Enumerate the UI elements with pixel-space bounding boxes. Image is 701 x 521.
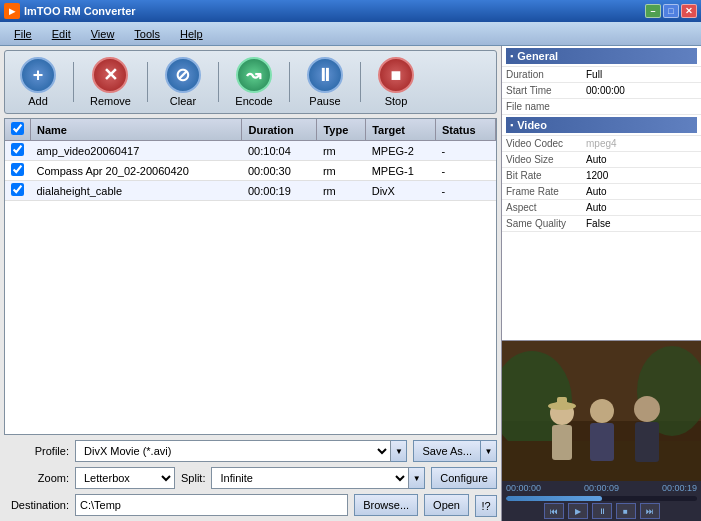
destination-input[interactable] <box>75 494 348 516</box>
svg-rect-8 <box>557 397 567 409</box>
props-table: ▪GeneralDurationFullStart Time00:00:00Fi… <box>502 46 701 232</box>
prop-value: Auto <box>582 200 701 216</box>
split-dropdown-arrow[interactable]: ▼ <box>409 467 425 489</box>
zoom-split-row: Zoom: Letterbox Split: Infinite ▼ Config… <box>4 466 497 490</box>
row-target: MPEG-2 <box>366 141 436 161</box>
help-button[interactable]: !? <box>475 495 497 517</box>
row-type: rm <box>317 161 366 181</box>
video-stop-button[interactable]: ■ <box>616 503 636 519</box>
open-button[interactable]: Open <box>424 494 469 516</box>
col-header-check <box>5 119 31 141</box>
prop-label: Video Size <box>502 152 582 168</box>
props-row: Frame RateAuto <box>502 184 701 200</box>
destination-row: Destination: Browse... Open !? <box>4 493 497 517</box>
menu-tools[interactable]: Tools <box>124 26 170 42</box>
row-target: DivX <box>366 181 436 201</box>
file-table: Name Duration Type Target Status amp_vid… <box>5 119 496 201</box>
minimize-button[interactable]: – <box>645 4 661 18</box>
clear-icon: ⊘ <box>165 57 201 93</box>
time-start: 00:00:00 <box>506 483 541 493</box>
split-select[interactable]: Infinite <box>211 467 409 489</box>
window-controls[interactable]: – □ ✕ <box>645 4 697 18</box>
save-as-button[interactable]: Save As... <box>413 440 481 462</box>
prop-label: Same Quality <box>502 216 582 232</box>
configure-button[interactable]: Configure <box>431 467 497 489</box>
general-collapse-icon[interactable]: ▪ <box>510 51 513 61</box>
time-mid: 00:00:09 <box>584 483 619 493</box>
menu-bar: File Edit View Tools Help <box>0 22 701 46</box>
split-label: Split: <box>181 472 205 484</box>
save-as-dropdown-arrow[interactable]: ▼ <box>481 440 497 462</box>
title-bar: ▶ ImTOO RM Converter – □ ✕ <box>0 0 701 22</box>
skip-back-button[interactable]: ⏮ <box>544 503 564 519</box>
remove-button[interactable]: ✕ Remove <box>84 55 137 109</box>
properties-scroll[interactable]: ▪GeneralDurationFullStart Time00:00:00Fi… <box>502 46 701 246</box>
profile-row: Profile: DivX Movie (*.avi) ▼ Save As...… <box>4 439 497 463</box>
video-scene-svg <box>502 341 701 481</box>
menu-edit[interactable]: Edit <box>42 26 81 42</box>
table-row: amp_video20060417 00:10:04 rm MPEG-2 - <box>5 141 496 161</box>
row-checkbox[interactable] <box>11 143 24 156</box>
col-header-target: Target <box>366 119 436 141</box>
time-bar: 00:00:00 00:00:09 00:00:19 <box>506 483 697 493</box>
menu-help[interactable]: Help <box>170 26 213 42</box>
profile-select[interactable]: DivX Movie (*.avi) <box>75 440 391 462</box>
props-row: Video Codecmpeg4 <box>502 136 701 152</box>
prop-value <box>582 99 701 115</box>
profile-dropdown-arrow[interactable]: ▼ <box>391 440 407 462</box>
play-button[interactable]: ▶ <box>568 503 588 519</box>
select-all-checkbox[interactable] <box>11 122 24 135</box>
clear-label: Clear <box>170 95 196 107</box>
encode-label: Encode <box>235 95 272 107</box>
zoom-label: Zoom: <box>4 472 69 484</box>
video-pause-button[interactable]: ⏸ <box>592 503 612 519</box>
props-row: AspectAuto <box>502 200 701 216</box>
row-duration: 00:00:30 <box>242 161 317 181</box>
add-button[interactable]: + Add <box>13 55 63 109</box>
prop-label: Aspect <box>502 200 582 216</box>
prop-value: Auto <box>582 152 701 168</box>
video-collapse-icon[interactable]: ▪ <box>510 120 513 130</box>
row-check-cell <box>5 181 31 201</box>
close-button[interactable]: ✕ <box>681 4 697 18</box>
app-title: ImTOO RM Converter <box>24 5 136 17</box>
pause-label: Pause <box>309 95 340 107</box>
split-select-wrap: Infinite ▼ <box>211 467 425 489</box>
video-buttons: ⏮ ▶ ⏸ ■ ⏭ <box>506 503 697 519</box>
prop-value: False <box>582 216 701 232</box>
maximize-button[interactable]: □ <box>663 4 679 18</box>
browse-button[interactable]: Browse... <box>354 494 418 516</box>
row-name: dialaheight_cable <box>31 181 242 201</box>
add-icon: + <box>20 57 56 93</box>
row-check-cell <box>5 161 31 181</box>
remove-label: Remove <box>90 95 131 107</box>
stop-icon: ■ <box>378 57 414 93</box>
clear-button[interactable]: ⊘ Clear <box>158 55 208 109</box>
time-end: 00:00:19 <box>662 483 697 493</box>
zoom-select[interactable]: Letterbox <box>75 467 175 489</box>
row-duration: 00:00:19 <box>242 181 317 201</box>
main-content: + Add ✕ Remove ⊘ Clear ↝ Encode ⏸ Pause <box>0 46 701 521</box>
row-status: - <box>435 161 495 181</box>
row-check-cell <box>5 141 31 161</box>
encode-button[interactable]: ↝ Encode <box>229 55 279 109</box>
row-status: - <box>435 181 495 201</box>
svg-point-9 <box>590 399 614 423</box>
stop-button[interactable]: ■ Stop <box>371 55 421 109</box>
video-progress-bar[interactable] <box>506 496 697 501</box>
pause-button[interactable]: ⏸ Pause <box>300 55 350 109</box>
prop-label: Bit Rate <box>502 168 582 184</box>
row-type: rm <box>317 181 366 201</box>
row-duration: 00:10:04 <box>242 141 317 161</box>
right-panel: ▪GeneralDurationFullStart Time00:00:00Fi… <box>501 46 701 521</box>
menu-file[interactable]: File <box>4 26 42 42</box>
prop-value: 1200 <box>582 168 701 184</box>
row-checkbox[interactable] <box>11 183 24 196</box>
props-row: DurationFull <box>502 67 701 83</box>
row-checkbox[interactable] <box>11 163 24 176</box>
row-target: MPEG-1 <box>366 161 436 181</box>
prop-value: mpeg4 <box>582 136 701 152</box>
col-header-type: Type <box>317 119 366 141</box>
menu-view[interactable]: View <box>81 26 125 42</box>
skip-forward-button[interactable]: ⏭ <box>640 503 660 519</box>
